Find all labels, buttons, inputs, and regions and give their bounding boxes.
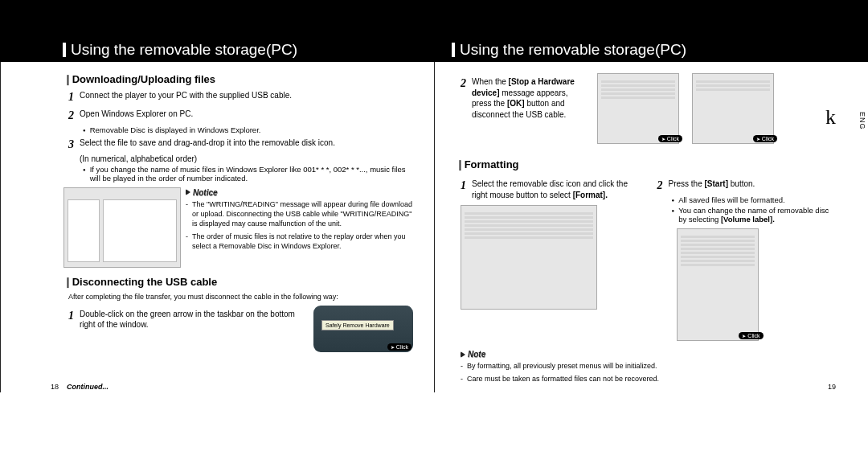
screenshot-stop-hardware [597,73,679,144]
page-title-left: Using the removable storage(PC) [63,43,297,57]
notice-block: Notice The "WRITING/READING" message wil… [186,187,413,268]
disconnect-step-1: Double-click on the green arrow in the t… [80,309,305,351]
step-3-paren: (In numerical, alphabetical order) [80,154,413,163]
notice-item: The order of music files is not relative… [186,232,413,251]
language-tab: ENG [858,112,866,130]
step-3: Select the file to save and drag-and-dro… [80,137,413,153]
note-item: By formatting, all previously preset men… [461,361,836,371]
note-item: Care must be taken as formatted files ca… [461,374,836,384]
format-sub-b: You can change the name of removable dis… [672,206,837,224]
click-badge: Click [658,135,682,142]
click-badge: Click [739,332,763,339]
note-block: Note By formatting, all previously prese… [461,349,836,384]
format-step-1: Select the removable disc icon and click… [472,179,640,200]
continued-label: Continued... [67,383,108,391]
step-2-sub: Removable Disc is displayed in Windows E… [83,125,413,134]
page-number-left: 18 [51,383,59,391]
screenshot-format-dialog [677,228,759,341]
disconnect-intro: After completing the file transfer, you … [68,293,413,301]
screenshot-confirm [692,73,774,144]
notice-label: Notice [186,187,218,199]
black-band-top [0,0,868,38]
title-band: Using the removable storage(PC) Using th… [0,38,868,62]
page-title-right: Using the removable storage(PC) [452,43,686,57]
click-badge: Click [753,135,777,142]
step-1: Connect the player to your PC with the s… [80,90,413,105]
screenshot-explorer-format [461,205,597,310]
step-2: Open Windows Explorer on PC. [80,109,413,124]
right-step-2: When the [Stop a Hardware device] messag… [472,76,589,142]
click-badge: Click [387,343,411,351]
notice-item: The "WRITING/READING" message will appea… [186,199,413,228]
heading-formatting: Formatting [456,158,836,170]
heading-download-upload: Downloading/Uploading files [63,73,413,85]
format-sub-a: All saved files will be formatted. [672,195,837,204]
note-label: Note [461,349,485,360]
page-number-right: 19 [828,383,836,391]
taskbar-bubble: Safely Remove Hardware [321,320,394,330]
k-mark: k [825,105,836,129]
step-3-sub: If you change the name of music files in… [83,165,413,183]
page-right: 2 When the [Stop a Hardware device] mess… [434,62,868,392]
heading-disconnect-usb: Disconnecting the USB cable [63,276,413,288]
page-left: Downloading/Uploading files 1Connect the… [0,62,434,392]
format-step-2: Press the [Start] button. [669,179,837,194]
screenshot-explorer [63,187,181,268]
